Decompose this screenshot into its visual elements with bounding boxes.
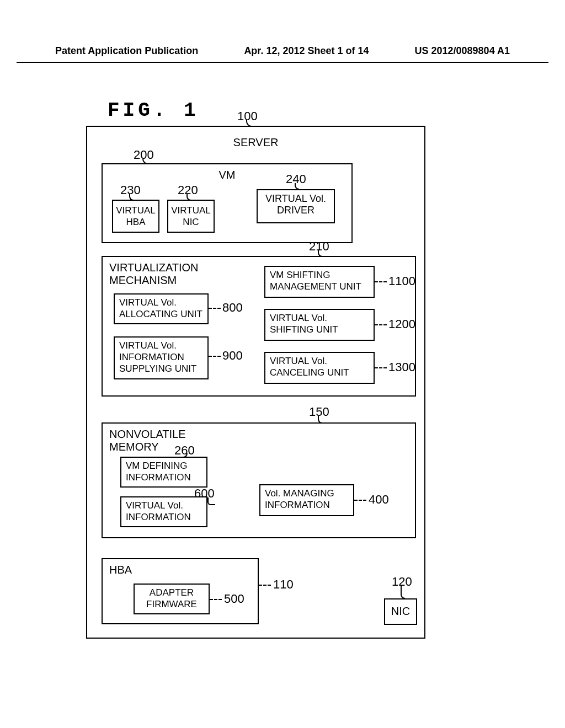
leader-line bbox=[210, 599, 222, 600]
leader-line bbox=[354, 500, 366, 501]
hba-title: HBA bbox=[109, 564, 132, 576]
vvol-info-label: VIRTUAL Vol. INFORMATION bbox=[126, 500, 191, 522]
virtual-hba-box: VIRTUAL HBA bbox=[112, 200, 159, 233]
vvol-driver-box: VIRTUAL Vol. DRIVER bbox=[257, 189, 335, 223]
vm-title: VM bbox=[219, 169, 236, 181]
leader-line bbox=[209, 308, 221, 309]
ref-cancel-unit: 1300 bbox=[388, 360, 415, 374]
ref-shift-unit: 1200 bbox=[388, 317, 415, 331]
shift-mgmt-box: VM SHIFTING MANAGEMENT UNIT bbox=[264, 266, 375, 298]
header-rule bbox=[17, 62, 548, 63]
ref-vol-mgmt: 400 bbox=[369, 493, 389, 507]
alloc-unit-label: VIRTUAL Vol. ALLOCATING UNIT bbox=[119, 297, 202, 319]
virtual-nic-box: VIRTUAL NIC bbox=[167, 200, 215, 233]
leader-line bbox=[209, 356, 221, 357]
ref-shift-mgmt: 1100 bbox=[388, 274, 415, 288]
ref-alloc-unit: 800 bbox=[222, 301, 243, 315]
vm-def-box: VM DEFINING INFORMATION bbox=[120, 457, 207, 488]
alloc-unit-box: VIRTUAL Vol. ALLOCATING UNIT bbox=[114, 293, 209, 324]
leader-line bbox=[375, 281, 387, 282]
page: Patent Application Publication Apr. 12, … bbox=[0, 0, 565, 728]
cancel-unit-box: VIRTUAL Vol. CANCELING UNIT bbox=[264, 352, 375, 384]
nic-box: NIC bbox=[384, 598, 417, 625]
virtual-nic-label: VIRTUAL NIC bbox=[171, 205, 211, 227]
nic-label: NIC bbox=[391, 605, 410, 617]
sup-unit-box: VIRTUAL Vol. INFORMATION SUPPLYING UNIT bbox=[114, 336, 209, 379]
leader-line bbox=[375, 367, 387, 368]
virtual-hba-label: VIRTUAL HBA bbox=[116, 205, 156, 227]
vm-def-label: VM DEFINING INFORMATION bbox=[126, 461, 191, 483]
ref-sup-unit: 900 bbox=[222, 349, 243, 363]
cancel-unit-label: VIRTUAL Vol. CANCELING UNIT bbox=[270, 356, 349, 378]
fw-box: ADAPTER FIRMWARE bbox=[134, 584, 210, 614]
page-header: Patent Application Publication Apr. 12, … bbox=[0, 45, 565, 57]
header-right: US 2012/0089804 A1 bbox=[415, 45, 510, 57]
ref-fw: 500 bbox=[224, 592, 244, 606]
shift-mgmt-label: VM SHIFTING MANAGEMENT UNIT bbox=[270, 270, 361, 292]
leader-line bbox=[401, 586, 405, 599]
leader-line bbox=[259, 585, 271, 586]
ref-hba: 110 bbox=[273, 577, 294, 592]
server-title: SERVER bbox=[233, 136, 279, 149]
header-left: Patent Application Publication bbox=[55, 45, 198, 57]
virt-mech-title: VIRTUALIZATION MECHANISM bbox=[109, 261, 199, 287]
vol-mgmt-box: Vol. MANAGING INFORMATION bbox=[259, 484, 354, 516]
figure-label: FIG. 1 bbox=[108, 99, 199, 122]
shift-unit-label: VIRTUAL Vol. SHIFTING UNIT bbox=[270, 313, 338, 335]
vol-mgmt-label: Vol. MANAGING INFORMATION bbox=[265, 488, 334, 510]
fw-label: ADAPTER FIRMWARE bbox=[146, 587, 197, 609]
vvol-info-box: VIRTUAL Vol. INFORMATION bbox=[120, 496, 207, 527]
vvol-driver-label: VIRTUAL Vol. DRIVER bbox=[265, 193, 326, 216]
shift-unit-box: VIRTUAL Vol. SHIFTING UNIT bbox=[264, 309, 375, 341]
sup-unit-label: VIRTUAL Vol. INFORMATION SUPPLYING UNIT bbox=[119, 340, 196, 374]
header-center: Apr. 12, 2012 Sheet 1 of 14 bbox=[244, 45, 369, 57]
leader-line bbox=[375, 324, 387, 325]
leader-line bbox=[207, 497, 215, 505]
